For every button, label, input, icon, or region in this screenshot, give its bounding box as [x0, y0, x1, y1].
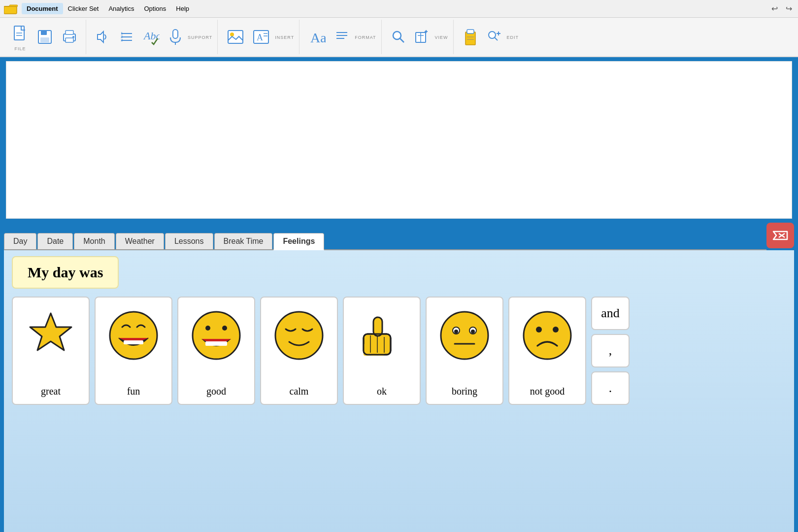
svg-point-55 [275, 312, 323, 359]
svg-point-53 [222, 326, 227, 331]
svg-marker-48 [30, 313, 71, 350]
toolbar-group-support: 123 Abc SUPPORT [87, 20, 218, 54]
menu-analytics[interactable]: Analytics [103, 3, 139, 14]
insert-text-button[interactable]: A [249, 27, 273, 47]
menu-clicker-set[interactable]: Clicker Set [63, 3, 104, 14]
not-good-label: not good [530, 386, 565, 397]
feeling-card-fun[interactable]: fun [95, 297, 172, 405]
svg-text:3: 3 [121, 38, 123, 42]
print-button[interactable] [58, 27, 81, 47]
title-bar: Document Clicker Set Analytics Options H… [0, 0, 798, 18]
svg-rect-39 [467, 30, 474, 33]
zoom-button[interactable] [411, 27, 433, 47]
tab-day[interactable]: Day [4, 233, 36, 249]
toolbar-group-format: Aa FORMAT [300, 20, 381, 54]
ok-label: ok [377, 386, 387, 397]
svg-point-67 [441, 312, 488, 359]
svg-point-42 [489, 32, 496, 38]
toolbar-group-file: FILE [4, 20, 86, 54]
spellcheck-button[interactable]: Abc [139, 26, 163, 48]
calm-label: calm [290, 386, 309, 397]
fun-label: fun [127, 386, 140, 397]
list-button[interactable]: 123 [116, 27, 137, 47]
good-label: good [206, 386, 226, 397]
tab-break-time[interactable]: Break Time [214, 233, 273, 249]
tab-lessons[interactable]: Lessons [165, 233, 213, 249]
tabs-bar: Day Date Month Weather Lessons Break Tim… [4, 233, 766, 250]
svg-text:Aa: Aa [310, 30, 326, 45]
svg-text:A: A [257, 33, 263, 42]
microphone-button[interactable] [165, 26, 186, 48]
svg-point-73 [524, 312, 571, 359]
svg-rect-19 [173, 30, 178, 38]
svg-point-10 [72, 36, 74, 38]
ok-emoji [355, 303, 409, 367]
undo-button[interactable]: ↩ [769, 3, 780, 14]
svg-marker-11 [98, 32, 103, 42]
font-button[interactable]: Aa [305, 26, 329, 48]
menu-options[interactable]: Options [139, 3, 171, 14]
save-button[interactable] [33, 27, 56, 47]
edit-label: EDIT [507, 35, 519, 40]
svg-rect-6 [40, 37, 49, 42]
punct-and[interactable]: and [591, 297, 630, 330]
fun-emoji [106, 303, 161, 367]
image-button[interactable] [224, 27, 247, 47]
svg-rect-62 [377, 344, 384, 356]
title-bar-right: ↩ ↪ [769, 3, 794, 14]
toolbar-group-insert: A INSERT [219, 20, 299, 54]
svg-line-32 [400, 38, 404, 42]
svg-point-70 [454, 330, 458, 333]
punct-period[interactable]: . [591, 371, 630, 405]
search-view-button[interactable] [388, 27, 409, 47]
document-area[interactable] [6, 61, 792, 219]
feeling-card-great[interactable]: great [12, 297, 90, 405]
backspace-button[interactable] [766, 223, 794, 248]
menu-help[interactable]: Help [171, 3, 194, 14]
svg-rect-38 [466, 32, 475, 45]
feeling-card-boring[interactable]: boring [426, 297, 503, 405]
tab-weather[interactable]: Weather [116, 233, 164, 249]
feeling-card-good[interactable]: good [177, 297, 255, 405]
feeling-card-ok[interactable]: ok [343, 297, 421, 405]
file-label: FILE [14, 46, 26, 51]
new-file-button[interactable] [9, 23, 32, 45]
boring-emoji [437, 303, 492, 367]
svg-point-74 [536, 327, 542, 332]
feeling-card-not-good[interactable]: not good [508, 297, 586, 405]
svg-line-43 [495, 37, 498, 40]
svg-rect-59 [373, 317, 382, 336]
svg-rect-0 [4, 6, 17, 14]
boring-label: boring [452, 386, 477, 397]
redo-button[interactable]: ↪ [784, 3, 794, 14]
svg-point-52 [205, 326, 210, 331]
paragraph-button[interactable] [331, 27, 353, 47]
tabs-and-content: Day Date Month Weather Lessons Break Tim… [4, 223, 794, 532]
svg-point-75 [553, 327, 559, 332]
great-label: great [41, 386, 61, 397]
good-emoji [189, 303, 243, 367]
toolbar-group-edit: EDIT [455, 20, 524, 54]
svg-point-49 [110, 312, 157, 359]
svg-point-51 [193, 312, 240, 359]
punct-comma[interactable]: , [591, 334, 630, 367]
menu-document[interactable]: Document [22, 3, 63, 14]
tab-month[interactable]: Month [74, 233, 114, 249]
paste-button[interactable] [460, 26, 481, 48]
svg-rect-9 [66, 38, 73, 42]
svg-rect-5 [41, 31, 47, 35]
support-label: SUPPORT [188, 35, 212, 40]
bottom-panel: My day was great [4, 250, 794, 532]
svg-point-31 [393, 32, 401, 39]
find-replace-button[interactable] [483, 27, 505, 47]
not-good-emoji [520, 303, 574, 367]
svg-rect-61 [370, 344, 377, 356]
tab-feelings[interactable]: Feelings [273, 233, 324, 250]
tab-date[interactable]: Date [37, 233, 73, 249]
svg-rect-54 [205, 341, 227, 346]
feeling-card-calm[interactable]: calm [260, 297, 338, 405]
insert-label: INSERT [275, 35, 294, 40]
my-day-label: My day was [12, 256, 119, 289]
volume-button[interactable] [92, 27, 114, 47]
svg-rect-8 [66, 31, 73, 34]
